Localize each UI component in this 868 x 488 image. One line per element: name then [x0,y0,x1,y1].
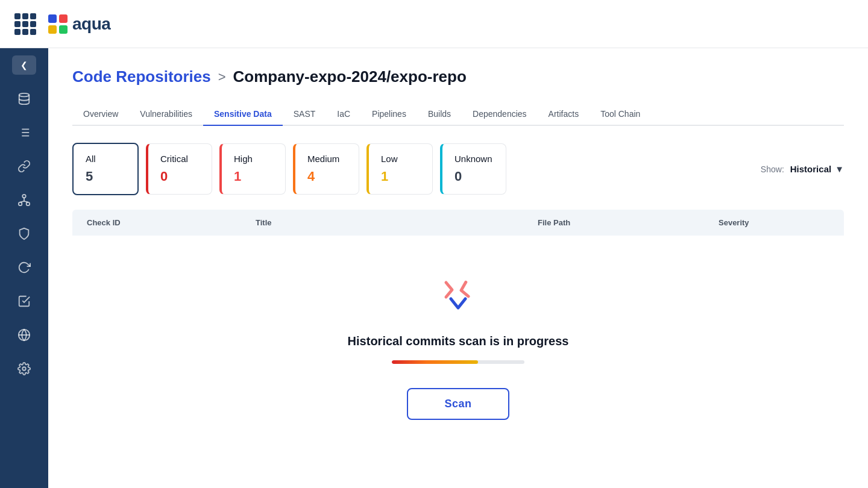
tab-iac[interactable]: IaC [326,103,361,126]
show-section: Show: Historical ▼ [761,164,844,174]
col-check-id: Check ID [82,216,251,230]
chevron-left-icon: ❮ [20,60,28,70]
list-icon [17,126,31,139]
severity-low-label: Low [381,154,420,164]
database-icon [17,92,31,105]
col-file-path: File Path [533,216,714,230]
svg-rect-1 [59,14,68,23]
sidebar-item-globe[interactable] [10,321,39,349]
severity-unknown-count: 0 [454,169,494,184]
svg-point-4 [19,93,30,97]
grid-menu-icon[interactable] [14,13,36,35]
svg-point-11 [22,195,26,198]
severity-card-all[interactable]: All 5 [72,143,139,195]
sidebar-item-link[interactable] [10,152,39,181]
col-severity: Severity [714,216,834,230]
tab-tool-chain[interactable]: Tool Chain [590,103,651,126]
severity-card-low[interactable]: Low 1 [366,143,433,195]
svg-point-12 [19,202,22,206]
severity-card-medium[interactable]: Medium 4 [293,143,359,195]
check-square-icon [17,295,31,308]
severity-low-count: 1 [381,169,420,184]
logo-text: aqua [72,14,110,34]
logo: aqua [48,14,110,34]
severity-all-label: All [86,154,125,164]
tab-artifacts[interactable]: Artifacts [538,103,590,126]
show-label: Show: [761,164,784,174]
spinner-icon [434,272,482,320]
tab-builds[interactable]: Builds [417,103,462,126]
tab-dependencies[interactable]: Dependencies [462,103,538,126]
severity-medium-label: Medium [307,154,347,164]
sidebar-item-list[interactable] [10,118,39,147]
link-icon [17,160,31,173]
svg-rect-0 [48,14,57,23]
tab-pipelines[interactable]: Pipelines [361,103,417,126]
sidebar-item-shield[interactable] [10,219,39,248]
refresh-icon [17,261,31,274]
sidebar-item-cluster[interactable] [10,186,39,214]
tab-sensitive-data[interactable]: Sensitive Data [203,103,283,126]
shield-icon [17,227,31,240]
progress-bar-container [392,360,524,364]
logo-icon [48,14,68,34]
severity-unknown-label: Unknown [454,154,494,164]
severity-high-label: High [234,154,273,164]
empty-state: Historical commits scan is in progress S… [72,236,844,456]
settings-icon [17,362,31,375]
chevron-down-icon: ▼ [835,164,844,174]
table-header: Check ID Title File Path Severity [72,210,844,236]
severity-medium-count: 4 [307,169,347,184]
svg-line-16 [24,201,28,202]
sidebar-toggle[interactable]: ❮ [12,55,36,75]
tab-overview[interactable]: Overview [72,103,129,126]
sidebar-item-refresh[interactable] [10,253,39,282]
show-value: Historical [790,164,831,174]
progress-bar-fill [392,360,478,364]
svg-point-13 [27,202,30,206]
severity-card-unknown[interactable]: Unknown 0 [440,143,506,195]
breadcrumb-separator: > [218,69,226,85]
progress-message: Historical commits scan is in progress [348,334,569,348]
svg-rect-3 [59,25,68,34]
breadcrumb-current: Company-expo-2024/expo-repo [233,67,467,86]
content-area: Code Repositories > Company-expo-2024/ex… [48,48,868,488]
sidebar-item-repositories[interactable] [10,84,39,113]
hierarchy-icon [17,193,31,207]
scan-button[interactable]: Scan [407,388,509,420]
severity-high-count: 1 [234,169,273,184]
sidebar-item-settings[interactable] [10,354,39,383]
severity-row: All 5 Critical 0 High 1 Medium 4 Low 1 U… [72,143,844,195]
sidebar-item-check[interactable] [10,287,39,316]
top-header: aqua [0,0,868,48]
tab-vulnerabilities[interactable]: Vulnerabilities [129,103,203,126]
main-layout: ❮ Code Repo [0,48,868,488]
show-dropdown[interactable]: Historical ▼ [790,164,844,174]
severity-card-high[interactable]: High 1 [219,143,286,195]
svg-point-19 [22,367,26,371]
severity-critical-label: Critical [160,154,200,164]
severity-card-critical[interactable]: Critical 0 [146,143,212,195]
severity-all-count: 5 [86,169,125,184]
svg-rect-2 [48,25,57,34]
globe-icon [17,328,31,342]
tab-sast[interactable]: SAST [283,103,327,126]
col-title: Title [251,216,533,230]
svg-line-15 [20,201,24,202]
tabs-bar: Overview Vulnerabilities Sensitive Data … [72,103,844,126]
breadcrumb: Code Repositories > Company-expo-2024/ex… [72,67,844,86]
sidebar: ❮ [0,48,48,488]
breadcrumb-link[interactable]: Code Repositories [72,67,211,86]
severity-critical-count: 0 [160,169,200,184]
